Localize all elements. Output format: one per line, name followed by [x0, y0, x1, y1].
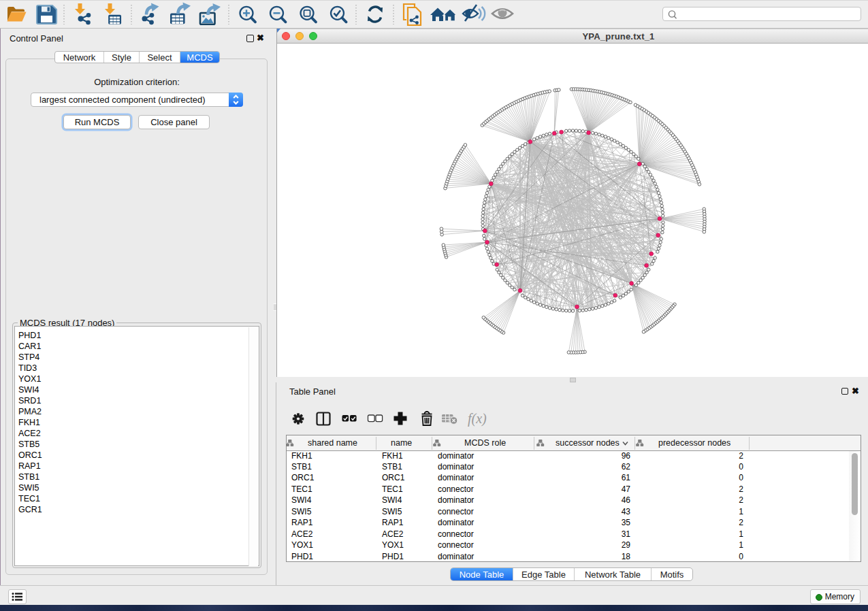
svg-text:f(x): f(x) [468, 411, 487, 427]
